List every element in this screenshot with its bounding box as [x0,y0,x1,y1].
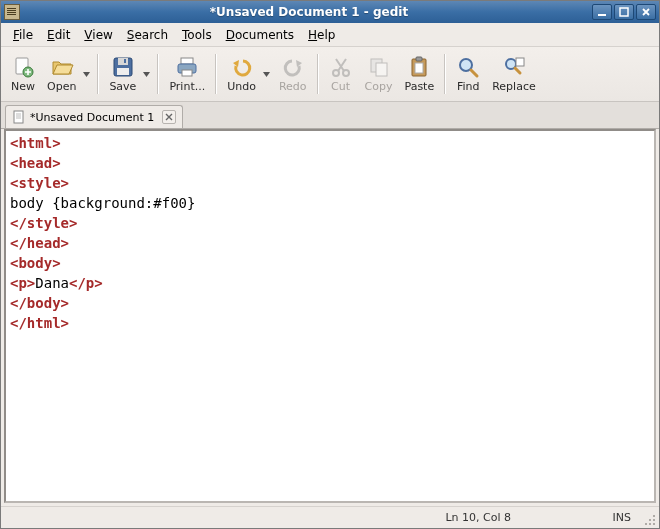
svg-rect-16 [416,57,422,61]
minimize-icon [597,7,607,17]
undo-dropdown[interactable] [262,72,271,77]
document-tab[interactable]: *Unsaved Document 1 [5,105,183,129]
close-icon [641,7,651,17]
new-label: New [11,80,35,93]
window-buttons [592,4,656,20]
tabbar: *Unsaved Document 1 [1,102,659,128]
new-icon [11,55,35,79]
toolbar-separator [157,54,159,94]
save-label: Save [109,80,136,93]
svg-rect-14 [376,63,387,76]
resize-grip[interactable] [641,511,657,527]
save-dropdown[interactable] [142,72,151,77]
copy-button: Copy [359,52,399,96]
paste-label: Paste [405,80,435,93]
titlebar[interactable]: *Unsaved Document 1 - gedit [1,1,659,23]
toolbar-separator [444,54,446,94]
print-button[interactable]: Print... [163,52,211,96]
close-button[interactable] [636,4,656,20]
undo-button[interactable]: Undo [221,52,262,96]
svg-point-23 [649,519,651,521]
print-label: Print... [169,80,205,93]
replace-icon [502,55,526,79]
svg-rect-6 [124,59,126,63]
maximize-icon [619,7,629,17]
svg-point-22 [653,515,655,517]
copy-label: Copy [365,80,393,93]
save-icon [111,55,135,79]
menu-documents[interactable]: Documents [220,26,300,44]
find-label: Find [457,80,480,93]
svg-point-27 [653,523,655,525]
find-button[interactable]: Find [450,52,486,96]
cut-button: Cut [323,52,359,96]
insert-mode: INS [521,511,641,524]
svg-rect-21 [14,111,23,123]
svg-rect-17 [415,63,423,73]
tab-close-button[interactable] [162,110,176,124]
cut-icon [329,55,353,79]
editor-viewport[interactable]: <html> <head> <style> body {background:#… [4,129,656,503]
maximize-button[interactable] [614,4,634,20]
redo-icon [281,55,305,79]
new-button[interactable]: New [5,52,41,96]
svg-rect-10 [182,70,192,76]
svg-rect-7 [117,68,129,75]
svg-rect-5 [118,58,128,65]
redo-label: Redo [279,80,307,93]
cursor-position: Ln 10, Col 8 [435,511,521,524]
menubar: File Edit View Search Tools Documents He… [1,23,659,47]
print-icon [175,55,199,79]
minimize-button[interactable] [592,4,612,20]
cut-label: Cut [331,80,350,93]
window-title: *Unsaved Document 1 - gedit [26,5,592,19]
document-icon [12,110,26,124]
undo-icon [230,55,254,79]
paste-icon [407,55,431,79]
tab-label: *Unsaved Document 1 [30,111,154,124]
replace-label: Replace [492,80,536,93]
statusbar: Ln 10, Col 8 INS [1,506,659,528]
redo-button: Redo [273,52,313,96]
copy-icon [367,55,391,79]
open-label: Open [47,80,76,93]
editor-area: <html> <head> <style> body {background:#… [1,128,659,506]
undo-label: Undo [227,80,256,93]
app-icon [4,4,20,20]
menu-view[interactable]: View [78,26,118,44]
menu-file[interactable]: File [7,26,39,44]
toolbar: New Open Save Print... [1,47,659,102]
open-button[interactable]: Open [41,52,82,96]
svg-point-24 [653,519,655,521]
paste-button[interactable]: Paste [399,52,441,96]
menu-help[interactable]: Help [302,26,341,44]
svg-rect-1 [620,8,628,16]
svg-point-25 [645,523,647,525]
svg-point-26 [649,523,651,525]
svg-rect-20 [516,58,524,66]
menu-search[interactable]: Search [121,26,174,44]
close-icon [165,113,173,121]
editor-content[interactable]: <html> <head> <style> body {background:#… [10,133,650,333]
replace-button[interactable]: Replace [486,52,542,96]
menu-edit[interactable]: Edit [41,26,76,44]
app-window: *Unsaved Document 1 - gedit File Edit Vi… [0,0,660,529]
find-icon [456,55,480,79]
open-icon [50,55,74,79]
toolbar-separator [215,54,217,94]
svg-rect-0 [598,14,606,16]
toolbar-separator [97,54,99,94]
open-dropdown[interactable] [82,72,91,77]
svg-rect-8 [181,58,193,64]
save-button[interactable]: Save [103,52,142,96]
toolbar-separator [317,54,319,94]
menu-tools[interactable]: Tools [176,26,218,44]
